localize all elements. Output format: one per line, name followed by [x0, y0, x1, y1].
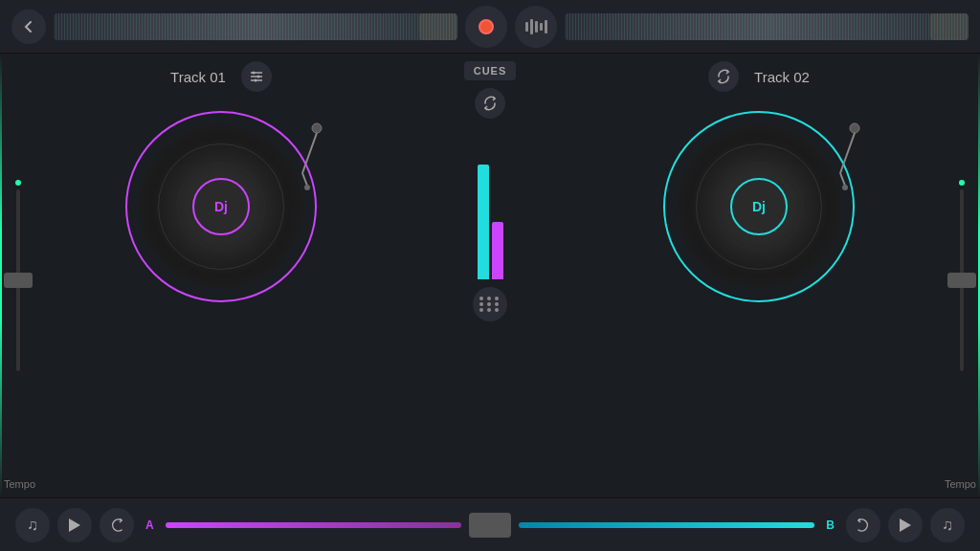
eq-button-left[interactable]	[241, 61, 272, 92]
back-left-button[interactable]	[100, 508, 134, 542]
crossfader-handle[interactable]	[469, 513, 511, 538]
viz-bar-2	[530, 19, 533, 34]
left-header: Track 01	[0, 61, 442, 92]
crossfader-label-b: B	[822, 518, 838, 532]
sync-button-right[interactable]	[708, 61, 739, 92]
visualizer-button[interactable]	[515, 6, 557, 48]
track-name-left: Track 01	[170, 69, 226, 85]
vinyl-center-left: Dj	[192, 178, 250, 235]
svg-point-5	[254, 79, 256, 82]
queue-left-button[interactable]: ♫	[15, 508, 50, 542]
tonearm-left	[278, 121, 326, 197]
queue-right-button[interactable]: ♫	[930, 508, 965, 542]
waveform-left[interactable]	[54, 13, 457, 40]
record-dot	[479, 19, 494, 34]
cues-button[interactable]: CUES	[464, 61, 517, 80]
grid-button[interactable]	[473, 287, 507, 321]
pitch-slider-right[interactable]	[959, 180, 965, 371]
right-header: Track 02	[538, 61, 980, 92]
vinyl-center-right: Dj	[730, 178, 788, 235]
svg-line-8	[302, 173, 307, 186]
crossfader-label-a: A	[142, 518, 158, 532]
tempo-label-left: Tempo	[4, 478, 35, 490]
main-area: Track 01 Dj	[0, 54, 980, 497]
waveform-right[interactable]	[565, 13, 969, 40]
svg-point-6	[312, 123, 322, 133]
svg-point-9	[304, 185, 310, 190]
deck-left: Track 01 Dj	[0, 54, 442, 497]
crossfader-left-track[interactable]	[166, 522, 461, 528]
turntable-right[interactable]: Dj	[663, 111, 855, 302]
deck-right: Track 02 Dj Tempo	[538, 54, 980, 497]
crossfader-right-track[interactable]	[519, 522, 814, 528]
svg-point-10	[850, 123, 859, 133]
turntable-left[interactable]: Dj	[125, 111, 317, 302]
svg-marker-15	[900, 518, 911, 532]
play-right-button[interactable]	[888, 508, 923, 542]
tonearm-right	[816, 121, 864, 197]
sync-button[interactable]	[475, 88, 505, 119]
top-bar	[0, 0, 980, 54]
svg-line-12	[840, 173, 845, 186]
bottom-bar: ♫ A B ♫	[0, 497, 980, 551]
viz-bar-5	[545, 20, 547, 33]
svg-point-13	[842, 185, 848, 190]
svg-point-3	[252, 72, 255, 75]
svg-point-4	[256, 76, 259, 78]
pitch-dot-right	[959, 180, 965, 186]
vu-bar-2	[492, 222, 503, 279]
play-left-button[interactable]	[57, 508, 92, 542]
accent-line-left	[0, 54, 2, 497]
viz-bar-1	[525, 22, 528, 32]
crossfader-handle-container	[469, 513, 511, 538]
viz-bar-4	[540, 23, 543, 31]
waveform-thumb-right[interactable]	[930, 13, 969, 40]
track-name-right: Track 02	[754, 69, 810, 85]
svg-line-11	[840, 133, 855, 173]
vu-bar-1	[478, 165, 489, 279]
center-panel: CUES	[442, 54, 538, 497]
back-right-button[interactable]	[846, 508, 880, 542]
waveform-thumb-left[interactable]	[419, 13, 457, 40]
svg-line-7	[302, 133, 317, 173]
grid-dots	[479, 297, 501, 312]
record-button[interactable]	[465, 6, 507, 48]
vu-meters	[478, 145, 503, 279]
viz-bar-3	[535, 21, 538, 33]
pitch-handle-right[interactable]	[947, 273, 976, 288]
pitch-track-right[interactable]	[960, 189, 964, 371]
tempo-label-right: Tempo	[945, 478, 976, 490]
svg-marker-14	[69, 518, 80, 532]
back-button[interactable]	[11, 10, 46, 44]
